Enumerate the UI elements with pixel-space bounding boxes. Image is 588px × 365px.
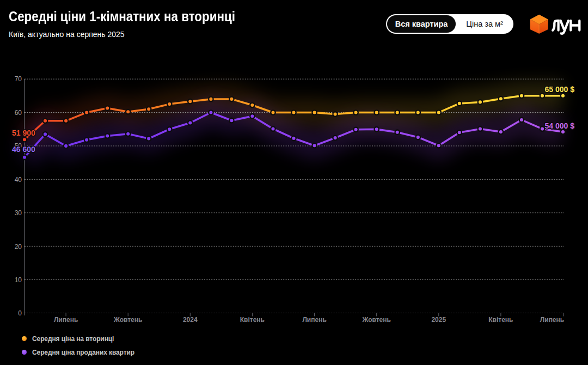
svg-text:Жовтень: Жовтень: [113, 316, 142, 324]
svg-text:20: 20: [15, 243, 22, 251]
svg-text:51 900: 51 900: [12, 129, 35, 137]
svg-text:Квітень: Квітень: [488, 316, 513, 324]
svg-text:30: 30: [15, 209, 22, 217]
svg-text:46 600: 46 600: [12, 145, 35, 154]
svg-text:Липень: Липень: [540, 316, 564, 324]
svg-text:Липень: Липень: [302, 316, 326, 324]
svg-text:54 000 $: 54 000 $: [545, 121, 575, 130]
svg-text:0: 0: [18, 309, 22, 317]
svg-text:Квітень: Квітень: [240, 316, 265, 324]
svg-text:65 000 $: 65 000 $: [545, 85, 575, 94]
svg-text:Липень: Липень: [54, 316, 78, 324]
svg-text:10: 10: [15, 276, 22, 284]
svg-text:60: 60: [15, 109, 22, 117]
svg-text:40: 40: [15, 176, 22, 184]
svg-text:2025: 2025: [431, 316, 446, 324]
svg-text:70: 70: [15, 75, 22, 83]
svg-text:2024: 2024: [183, 316, 198, 324]
svg-text:Жовтень: Жовтень: [362, 316, 390, 324]
